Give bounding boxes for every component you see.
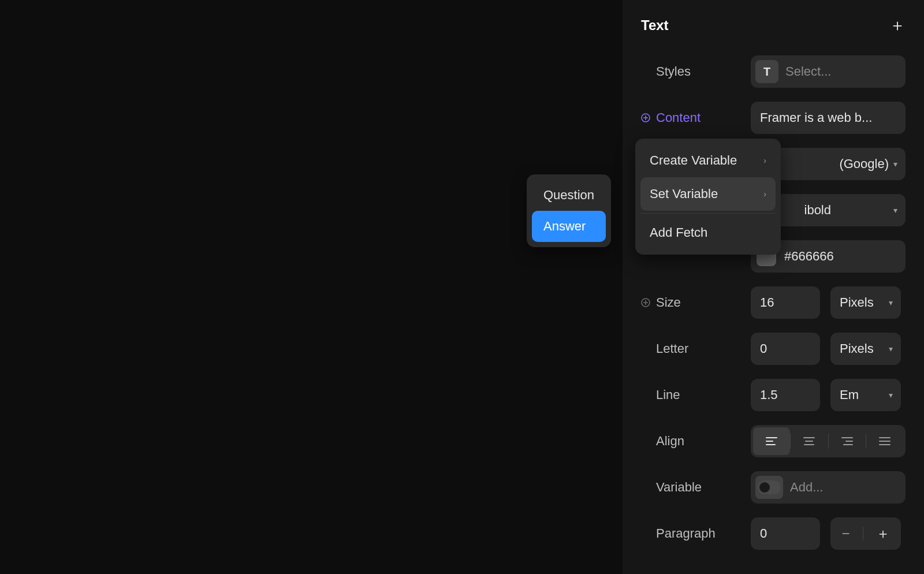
variable-label: Variable bbox=[656, 480, 702, 495]
weight-value: ibold bbox=[804, 203, 889, 218]
add-variable-icon bbox=[641, 113, 650, 122]
styles-placeholder: Select... bbox=[785, 64, 831, 79]
menu-set-variable[interactable]: Set Variable › bbox=[640, 177, 776, 211]
align-justify-icon bbox=[879, 437, 891, 446]
stepper-plus-button[interactable]: ＋ bbox=[876, 527, 890, 541]
letter-label: Letter bbox=[656, 341, 688, 356]
paragraph-stepper: − ＋ bbox=[830, 517, 901, 550]
add-property-button[interactable]: ＋ bbox=[889, 17, 906, 33]
align-right-icon bbox=[841, 437, 853, 446]
chevron-down-icon: ▾ bbox=[893, 159, 897, 169]
content-value: Framer is a web b... bbox=[760, 110, 872, 125]
styles-select[interactable]: T Select... bbox=[751, 55, 906, 88]
row-size: Size 16 Pixels ▾ bbox=[641, 286, 906, 319]
line-unit: Em bbox=[840, 387, 859, 402]
text-style-icon: T bbox=[755, 60, 778, 83]
row-align: Align bbox=[641, 425, 906, 457]
row-paragraph: Paragraph 0 − ＋ bbox=[641, 517, 906, 550]
row-content: Content Framer is a web b... bbox=[641, 102, 906, 134]
size-value: 16 bbox=[760, 295, 774, 310]
align-left-icon bbox=[766, 437, 777, 446]
toggle-icon bbox=[758, 480, 781, 494]
size-unit-select[interactable]: Pixels ▾ bbox=[830, 286, 901, 319]
variable-placeholder: Add... bbox=[790, 480, 823, 495]
content-label: Content bbox=[656, 110, 701, 125]
variable-toggle[interactable] bbox=[755, 476, 783, 499]
align-center-icon bbox=[803, 437, 815, 446]
letter-input[interactable]: 0 bbox=[751, 333, 820, 365]
font-value: (Google) bbox=[839, 156, 889, 172]
chevron-down-icon: ▾ bbox=[889, 298, 893, 307]
stepper-minus-button[interactable]: − bbox=[841, 527, 850, 541]
variable-font-select[interactable]: Add... bbox=[751, 471, 906, 504]
line-input[interactable]: 1.5 bbox=[751, 379, 820, 411]
add-variable-icon bbox=[641, 298, 650, 307]
chevron-down-icon: ▾ bbox=[889, 344, 893, 353]
align-left-button[interactable] bbox=[753, 427, 790, 455]
align-justify-button[interactable] bbox=[866, 427, 903, 455]
align-right-button[interactable] bbox=[829, 427, 866, 455]
menu-add-fetch[interactable]: Add Fetch bbox=[640, 216, 776, 249]
row-variable: Variable Add... bbox=[641, 471, 906, 504]
menu-separator bbox=[640, 213, 776, 214]
row-line: Line 1.5 Em ▾ bbox=[641, 379, 906, 411]
letter-value: 0 bbox=[760, 341, 767, 356]
line-value: 1.5 bbox=[760, 387, 778, 402]
separator bbox=[863, 527, 863, 541]
size-input[interactable]: 16 bbox=[751, 286, 820, 319]
chevron-right-icon: › bbox=[763, 189, 766, 199]
menu-create-variable[interactable]: Create Variable › bbox=[640, 144, 776, 177]
menu-label: Add Fetch bbox=[650, 225, 707, 240]
line-unit-select[interactable]: Em ▾ bbox=[830, 379, 901, 411]
variable-option-answer[interactable]: Answer bbox=[532, 211, 606, 242]
panel-header: Text ＋ bbox=[641, 17, 906, 33]
size-label: Size bbox=[656, 295, 681, 310]
row-styles: Styles T Select... bbox=[641, 55, 906, 88]
line-label: Line bbox=[656, 387, 680, 402]
color-hex: #666666 bbox=[784, 249, 834, 264]
panel-title: Text bbox=[641, 17, 669, 33]
letter-unit: Pixels bbox=[840, 341, 874, 356]
letter-unit-select[interactable]: Pixels ▾ bbox=[830, 333, 901, 365]
paragraph-label: Paragraph bbox=[656, 526, 716, 541]
chevron-down-icon: ▾ bbox=[893, 206, 897, 215]
set-variable-submenu: Question Answer bbox=[527, 174, 611, 247]
size-label-wrap[interactable]: Size bbox=[641, 295, 751, 310]
paragraph-value: 0 bbox=[760, 526, 767, 541]
align-center-button[interactable] bbox=[791, 427, 828, 455]
text-properties-panel: Text ＋ Styles T Select... Content Framer… bbox=[623, 0, 924, 574]
variable-option-question[interactable]: Question bbox=[532, 180, 606, 211]
styles-label: Styles bbox=[656, 64, 691, 79]
menu-label: Create Variable bbox=[650, 153, 737, 168]
align-segmented bbox=[751, 425, 906, 457]
content-context-menu: Create Variable › Set Variable › Add Fet… bbox=[635, 139, 781, 255]
content-input[interactable]: Framer is a web b... bbox=[751, 102, 906, 134]
chevron-down-icon: ▾ bbox=[889, 390, 893, 400]
row-letter: Letter 0 Pixels ▾ bbox=[641, 333, 906, 365]
chevron-right-icon: › bbox=[763, 156, 766, 165]
menu-label: Set Variable bbox=[650, 187, 718, 202]
styles-label-wrap: Styles bbox=[641, 64, 751, 79]
paragraph-input[interactable]: 0 bbox=[751, 517, 820, 550]
align-label: Align bbox=[656, 434, 684, 449]
size-unit: Pixels bbox=[840, 295, 874, 310]
content-label-wrap[interactable]: Content bbox=[641, 110, 751, 125]
